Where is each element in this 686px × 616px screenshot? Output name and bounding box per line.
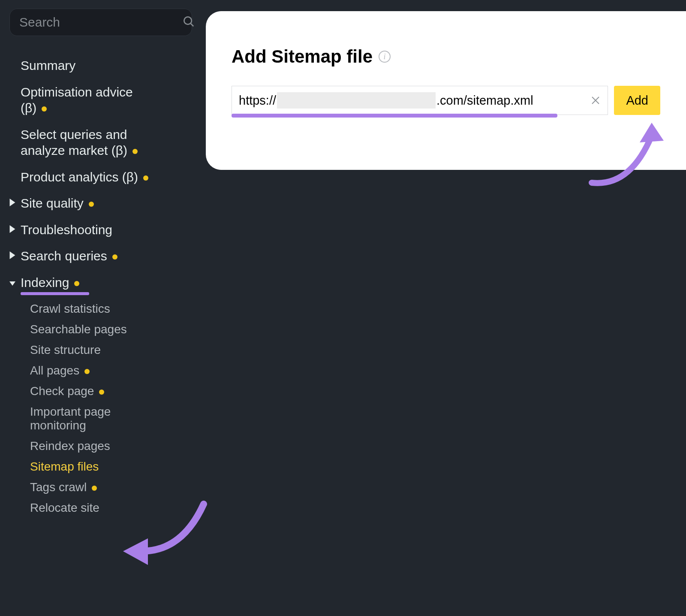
sidebar-item-label: Optimisation advice (β) [21, 85, 133, 115]
url-suffix: .com/sitemap.xml [436, 94, 533, 108]
add-sitemap-card: Add Sitemap file i https:// .com/sitemap… [206, 11, 686, 170]
sub-item-label: Sitemap files [30, 460, 99, 473]
sidebar-item-label: Product analytics (β) [21, 170, 138, 184]
sub-item-label: Tags crawl [30, 480, 87, 494]
sub-item-check-page[interactable]: Check page [30, 381, 192, 402]
redacted-domain [277, 92, 436, 109]
info-icon[interactable]: i [379, 51, 391, 63]
sidebar-item-select-queries[interactable]: Select queries and analyze market (β) [9, 121, 164, 164]
status-dot-icon [89, 202, 94, 207]
sidebar-item-label: Select queries and analyze market (β) [21, 127, 127, 158]
status-dot-icon [143, 175, 148, 181]
chevron-right-icon [9, 225, 15, 233]
sidebar-item-troubleshooting[interactable]: Troubleshooting [9, 217, 192, 243]
sidebar: Summary Optimisation advice (β) Select q… [0, 0, 202, 616]
add-button[interactable]: Add [614, 86, 660, 115]
annotation-arrow-icon [587, 118, 673, 191]
status-dot-icon [74, 281, 79, 286]
search-icon [182, 15, 195, 30]
sub-item-crawl-statistics[interactable]: Crawl statistics [30, 299, 192, 319]
sub-item-label: Important page monitoring [30, 405, 111, 432]
sub-item-label: Site structure [30, 343, 101, 356]
sidebar-item-product-analytics[interactable]: Product analytics (β) [9, 164, 192, 190]
annotation-underline [21, 292, 89, 295]
sidebar-nav: Summary Optimisation advice (β) Select q… [9, 52, 192, 518]
main-panel: Add Sitemap file i https:// .com/sitemap… [206, 11, 686, 616]
sidebar-item-optimisation-advice[interactable]: Optimisation advice (β) [9, 79, 134, 121]
sub-item-label: Check page [30, 384, 94, 398]
search-input[interactable] [19, 15, 182, 30]
svg-marker-5 [9, 281, 15, 286]
sidebar-item-label: Summary [21, 58, 75, 72]
svg-marker-4 [10, 251, 15, 259]
indexing-submenu: Crawl statistics Searchable pages Site s… [9, 299, 192, 518]
sidebar-item-indexing[interactable]: Indexing [9, 269, 192, 292]
status-dot-icon [112, 254, 117, 260]
search-box[interactable] [9, 9, 192, 36]
sidebar-item-site-quality[interactable]: Site quality [9, 190, 192, 217]
svg-marker-8 [640, 123, 664, 142]
status-dot-icon [92, 486, 97, 491]
chevron-down-icon [9, 280, 15, 287]
sidebar-item-label: Search queries [21, 249, 107, 263]
svg-marker-2 [10, 199, 15, 206]
annotation-underline [232, 114, 557, 118]
clear-input-button[interactable] [589, 94, 602, 107]
sitemap-input-row: https:// .com/sitemap.xml Add [232, 86, 660, 115]
svg-line-1 [191, 24, 193, 26]
chevron-right-icon [9, 251, 15, 259]
sub-item-label: Relocate site [30, 501, 99, 514]
sub-item-sitemap-files[interactable]: Sitemap files [30, 456, 192, 477]
url-value: https:// .com/sitemap.xml [239, 92, 584, 109]
sub-item-label: Searchable pages [30, 323, 127, 336]
sub-item-all-pages[interactable]: All pages [30, 360, 192, 381]
sub-item-tags-crawl[interactable]: Tags crawl [30, 477, 192, 498]
card-title: Add Sitemap file [232, 46, 373, 67]
status-dot-icon [42, 106, 47, 112]
sidebar-item-label: Troubleshooting [21, 223, 112, 237]
sidebar-item-search-queries[interactable]: Search queries [9, 243, 192, 269]
sub-item-searchable-pages[interactable]: Searchable pages [30, 319, 192, 340]
sub-item-label: Crawl statistics [30, 302, 110, 315]
status-dot-icon [99, 390, 104, 395]
svg-point-0 [184, 17, 192, 24]
sidebar-item-label: Site quality [21, 196, 84, 210]
sub-item-reindex-pages[interactable]: Reindex pages [30, 436, 192, 456]
sitemap-url-input[interactable]: https:// .com/sitemap.xml [232, 86, 608, 115]
status-dot-icon [84, 369, 90, 374]
svg-marker-3 [10, 225, 15, 233]
sidebar-item-summary[interactable]: Summary [9, 52, 192, 79]
sidebar-item-label: Indexing [21, 275, 69, 290]
sub-item-important-page-monitoring[interactable]: Important page monitoring [30, 402, 141, 436]
sub-item-relocate-site[interactable]: Relocate site [30, 498, 192, 518]
sub-item-label: Reindex pages [30, 439, 110, 453]
status-dot-icon [132, 149, 138, 154]
sub-item-label: All pages [30, 364, 79, 377]
sub-item-site-structure[interactable]: Site structure [30, 340, 192, 360]
chevron-right-icon [9, 199, 15, 206]
url-prefix: https:// [239, 94, 276, 108]
